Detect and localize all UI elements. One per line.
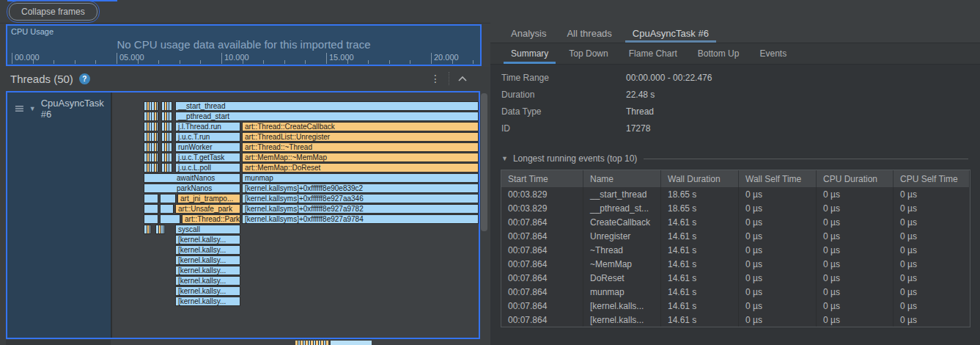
flame-event-bar[interactable]: [kernel.kallsyms]+0xffffff8e927aa346 xyxy=(242,194,479,203)
threads-title: Threads (50) xyxy=(10,73,73,85)
flame-event-stripes[interactable] xyxy=(144,132,158,142)
flame-event-bar[interactable]: [kernel.kallsy... xyxy=(175,245,240,255)
table-row[interactable]: 00:03.829__start_thread18.65 s0 µs0 µs0 … xyxy=(501,187,970,201)
next-thread-event-bar[interactable] xyxy=(331,341,372,345)
subtab-bottom-up[interactable]: Bottom Up xyxy=(688,43,750,64)
flame-event-stripes[interactable] xyxy=(144,122,158,131)
section-collapse-triangle[interactable]: ▼ xyxy=(501,155,508,162)
column-header-cpu-self-time[interactable]: CPU Self Time xyxy=(894,170,970,187)
flame-event-bar[interactable] xyxy=(144,194,158,203)
flame-event-bar[interactable]: [kernel.kallsy... xyxy=(175,235,240,244)
flame-event-bar[interactable]: [kernel.kallsy... xyxy=(175,266,240,275)
flame-event-bar[interactable]: __pthread_start xyxy=(175,112,479,121)
flame-event-stripes[interactable] xyxy=(161,142,172,152)
flame-event-bar[interactable]: art::Thread::Park xyxy=(182,214,240,224)
flame-event-bar[interactable]: syscall xyxy=(175,225,240,234)
subtab-flame-chart[interactable]: Flame Chart xyxy=(619,43,688,64)
flame-event-bar[interactable] xyxy=(144,204,158,214)
flame-event-bar[interactable]: [kernel.kallsy... xyxy=(175,286,240,296)
table-row[interactable]: 00:07.864DoReset14.61 s0 µs0 µs0 µs xyxy=(501,271,970,285)
flame-event-bar[interactable]: awaitNanos xyxy=(144,173,240,183)
summary-row: Time Range00:00.000 - 00:22.476 xyxy=(501,73,712,90)
thread-sidebar[interactable]: ▼ CpuAsyncTask #6 xyxy=(7,92,112,338)
thread-expand-triangle[interactable]: ▼ xyxy=(29,105,36,112)
flame-event-stripes[interactable] xyxy=(144,225,151,234)
cpu-usage-minimap[interactable]: CPU Usage No CPU usage data available fo… xyxy=(6,24,482,66)
column-header-wall-self-time[interactable]: Wall Self Time xyxy=(739,170,817,187)
flame-event-bar[interactable]: art_jni_trampo... xyxy=(177,194,240,203)
flame-event-bar[interactable]: j.u.c.T.getTask xyxy=(175,153,240,162)
flame-event-stripes[interactable] xyxy=(155,225,165,234)
flame-event-bar[interactable] xyxy=(160,204,174,214)
column-header-start-time[interactable]: Start Time xyxy=(501,170,583,187)
flame-event-stripes[interactable] xyxy=(144,163,158,172)
table-cell: 0 µs xyxy=(894,285,970,299)
subtab-summary[interactable]: Summary xyxy=(501,43,559,64)
column-header-name[interactable]: Name xyxy=(583,170,661,187)
flame-event-bar[interactable]: j.u.c.T.run xyxy=(175,132,240,142)
tab-analysis[interactable]: Analysis xyxy=(501,23,556,43)
collapse-frames-button[interactable]: Collapse frames xyxy=(9,3,97,21)
tab-cpuasynctask-6[interactable]: CpuAsyncTask #6 xyxy=(622,23,719,43)
flame-event-bar[interactable]: __start_thread xyxy=(175,101,479,111)
flame-event-stripes[interactable] xyxy=(161,153,172,162)
next-thread-track-sliver[interactable] xyxy=(6,340,480,345)
tab-all-threads[interactable]: All threads xyxy=(556,23,622,43)
flame-event-bar[interactable]: [kernel.kallsyms]+0xffffff8e927a9784 xyxy=(242,214,479,224)
flame-event-bar[interactable]: art::Thread::CreateCallback xyxy=(242,122,479,131)
flame-event-bar[interactable]: [kernel.kallsy... xyxy=(175,297,240,306)
next-thread-events[interactable] xyxy=(295,341,328,345)
flame-event-bar[interactable]: [kernel.kallsyms]+0xffffff8e927a9782 xyxy=(242,204,479,214)
vertical-scrollbar-thumb[interactable] xyxy=(481,93,487,231)
next-thread-sidebar[interactable] xyxy=(6,340,111,345)
table-row[interactable]: 00:07.864~MemMap14.61 s0 µs0 µs0 µs xyxy=(501,257,970,271)
flame-event-stripes[interactable] xyxy=(161,132,172,142)
flame-event-stripes[interactable] xyxy=(161,112,172,121)
drag-handle-icon[interactable] xyxy=(15,105,24,112)
flame-event-bar[interactable]: j.u.c.L.poll xyxy=(175,163,240,172)
flame-event-bar[interactable]: [kernel.kallsy... xyxy=(175,276,240,286)
flame-event-bar[interactable] xyxy=(160,194,176,203)
flame-event-bar[interactable]: runWorker xyxy=(175,142,240,152)
kebab-menu-icon[interactable]: ⋮ xyxy=(430,73,441,84)
flame-event-bar[interactable]: art::Thread::~Thread xyxy=(242,142,479,152)
flame-event-bar[interactable]: [kernel.kallsyms]+0xffffff8e90e839c2 xyxy=(242,184,479,193)
column-header-cpu-duration[interactable]: CPU Duration xyxy=(817,170,894,187)
table-row[interactable]: 00:07.864CreateCallback14.61 s0 µs0 µs0 … xyxy=(501,215,970,229)
flame-event-bar[interactable]: parkNanos xyxy=(144,184,240,193)
flame-event-bar[interactable]: art::Unsafe_park xyxy=(175,204,240,214)
table-cell: 00:03.829 xyxy=(501,187,583,201)
flame-event-bar[interactable]: [kernel.kallsy... xyxy=(175,255,240,265)
flame-event-bar[interactable]: j.l.Thread.run xyxy=(175,122,240,131)
table-row[interactable]: 00:07.864Unregister14.61 s0 µs0 µs0 µs xyxy=(501,229,970,243)
flame-event-stripes[interactable] xyxy=(144,142,158,152)
flame-event-stripes[interactable] xyxy=(161,101,172,111)
flame-event-stripes[interactable] xyxy=(161,163,172,172)
flame-row: syscall xyxy=(114,225,479,235)
axis-tick xyxy=(473,60,474,64)
chevron-up-icon[interactable] xyxy=(457,75,468,82)
flame-event-stripes[interactable] xyxy=(144,153,158,162)
table-cell: 18.65 s xyxy=(661,187,739,201)
flame-event-bar[interactable]: art::MemMap::DoReset xyxy=(242,163,479,172)
summary-field-label: Time Range xyxy=(501,73,626,90)
table-row[interactable]: 00:07.864~Thread14.61 s0 µs0 µs0 µs xyxy=(501,243,970,257)
column-header-wall-duration[interactable]: Wall Duration xyxy=(661,170,739,187)
table-row[interactable]: 00:03.829__pthread_st...18.65 s0 µs0 µs0… xyxy=(501,201,970,215)
section-rule xyxy=(644,159,968,159)
flame-event-bar[interactable] xyxy=(144,214,158,224)
flame-event-bar[interactable]: munmap xyxy=(242,173,479,183)
table-row[interactable]: 00:07.864munmap14.61 s0 µs0 µs0 µs xyxy=(501,285,970,299)
flame-event-stripes[interactable] xyxy=(161,122,172,131)
flame-event-bar[interactable]: art::ThreadList::Unregister xyxy=(242,132,479,142)
subtab-top-down[interactable]: Top Down xyxy=(559,43,618,64)
table-row[interactable]: 00:07.864[kernel.kalls...14.61 s0 µs0 µs… xyxy=(501,313,970,327)
details-panel: AnalysisAll threadsCpuAsyncTask #6 Summa… xyxy=(490,0,980,345)
subtab-events[interactable]: Events xyxy=(749,43,797,64)
flame-event-stripes[interactable] xyxy=(144,101,158,111)
flame-event-bar[interactable] xyxy=(160,214,180,224)
flame-event-stripes[interactable] xyxy=(144,112,158,121)
flame-event-bar[interactable]: art::MemMap::~MemMap xyxy=(242,153,479,162)
help-icon[interactable]: ? xyxy=(79,73,90,84)
table-row[interactable]: 00:07.864[kernel.kalls...14.61 s0 µs0 µs… xyxy=(501,299,970,313)
